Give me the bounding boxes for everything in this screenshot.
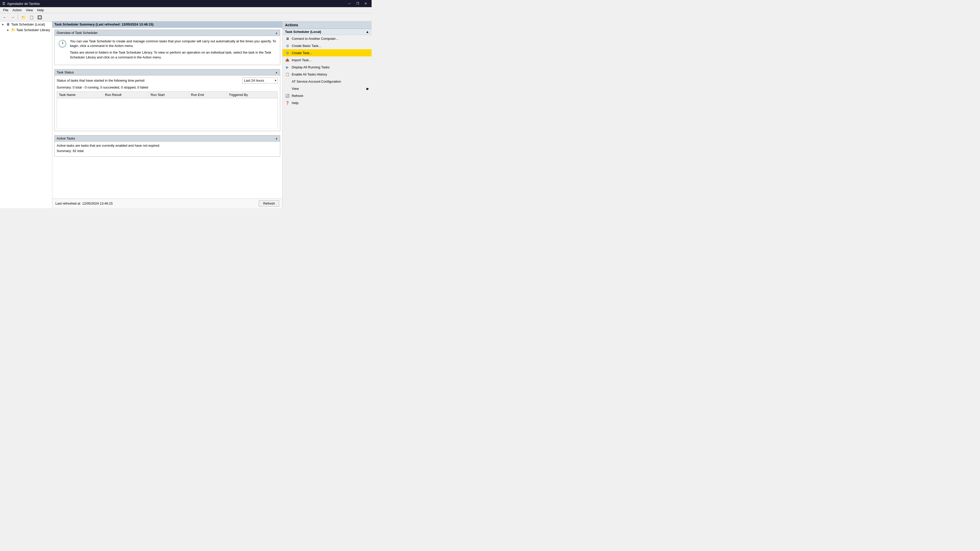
toolbar-back-button[interactable]: ← bbox=[1, 14, 8, 21]
titlebar-title: Agendador de Tarefas bbox=[7, 2, 40, 6]
menu-file[interactable]: File bbox=[1, 8, 11, 13]
actions-section-label: Task Scheduler (Local) bbox=[285, 30, 321, 34]
last-refreshed-text: Last refreshed at 12/05/2024 13:46:15 bbox=[56, 202, 113, 205]
toolbar-view-button[interactable]: 🔲 bbox=[36, 14, 43, 21]
titlebar-left: 🗓 Agendador de Tarefas bbox=[2, 2, 40, 6]
col-task-name: Task Name bbox=[57, 91, 103, 98]
titlebar-app-icon: 🗓 bbox=[2, 2, 6, 6]
action-enable-history-label: Enable All Tasks History bbox=[292, 73, 369, 76]
content-header: Task Scheduler Summary (Last refreshed: … bbox=[52, 21, 282, 27]
active-tasks-section: Active Tasks ▲ Active tasks are tasks th… bbox=[54, 135, 280, 157]
menubar: File Action View Help bbox=[0, 7, 372, 13]
action-at-service-label: AT Service Account Configuration bbox=[292, 79, 369, 83]
active-tasks-description: Active tasks are tasks that are currentl… bbox=[57, 144, 278, 148]
actions-section-collapse[interactable]: ▲ bbox=[366, 30, 369, 34]
period-dropdown[interactable]: Last 24 hours Last week Last month bbox=[242, 78, 278, 83]
folder-icon: 📁 bbox=[11, 28, 15, 32]
connect-icon: 🖥 bbox=[285, 36, 290, 41]
active-tasks-header[interactable]: Active Tasks ▲ bbox=[55, 135, 280, 141]
action-help-label: Help bbox=[292, 101, 369, 105]
import-icon: 📥 bbox=[285, 58, 290, 62]
left-panel: ▶ 🖥 Task Scheduler (Local) ▶ 📁 Task Sche… bbox=[0, 21, 52, 208]
restore-button[interactable]: ❐ bbox=[354, 1, 361, 6]
bottom-bar: Last refreshed at 12/05/2024 13:46:15 Re… bbox=[52, 198, 282, 208]
action-import[interactable]: 📥 Import Task... bbox=[283, 56, 372, 64]
action-refresh[interactable]: 🔄 Refresh bbox=[283, 92, 372, 99]
overview-container: 🕐 You can use Task Scheduler to create a… bbox=[57, 38, 278, 63]
at-service-icon bbox=[285, 79, 290, 84]
close-button[interactable]: ✕ bbox=[362, 1, 369, 6]
overview-section-header[interactable]: Overview of Task Scheduler ▲ bbox=[55, 30, 280, 36]
titlebar: 🗓 Agendador de Tarefas ─ ❐ ✕ bbox=[0, 0, 372, 7]
tree-expand-library[interactable]: ▶ bbox=[7, 29, 10, 32]
create-task-icon: ⊕ bbox=[285, 51, 290, 55]
table-row bbox=[57, 98, 278, 129]
task-status-section-header[interactable]: Task Status ▲ bbox=[55, 69, 280, 76]
overview-collapse-button[interactable]: ▲ bbox=[275, 32, 278, 35]
menu-view[interactable]: View bbox=[24, 8, 35, 13]
overview-section: Overview of Task Scheduler ▲ 🕐 You can u… bbox=[54, 30, 280, 65]
col-run-result: Run Result bbox=[103, 91, 148, 98]
active-tasks-summary: Summary: 92 total bbox=[57, 149, 278, 153]
status-period-row: Status of tasks that have started in the… bbox=[57, 78, 278, 83]
action-display-running[interactable]: ▶ Display All Running Tasks bbox=[283, 64, 372, 71]
last-refreshed-time: 12/05/2024 13:46:15 bbox=[82, 202, 113, 205]
action-at-service[interactable]: AT Service Account Configuration bbox=[283, 78, 372, 85]
overview-section-title: Overview of Task Scheduler bbox=[57, 31, 98, 35]
enable-history-icon: 📋 bbox=[285, 72, 290, 76]
display-running-icon: ▶ bbox=[285, 65, 290, 69]
task-table-header-row: Task Name Run Result Run Start Run End T… bbox=[57, 91, 278, 98]
center-spacer bbox=[52, 159, 282, 198]
action-connect-label: Connect to Another Computer... bbox=[292, 37, 369, 41]
task-status-content: Status of tasks that have started in the… bbox=[55, 76, 280, 131]
task-table: Task Name Run Result Run Start Run End T… bbox=[57, 91, 278, 129]
help-icon: ❓ bbox=[285, 100, 290, 105]
right-panel: Actions Task Scheduler (Local) ▲ 🖥 Conne… bbox=[282, 21, 372, 208]
bottom-refresh-button[interactable]: Refresh bbox=[259, 200, 279, 206]
actions-section-title[interactable]: Task Scheduler (Local) ▲ bbox=[283, 29, 372, 35]
active-tasks-content: Active tasks are tasks that are currentl… bbox=[55, 141, 280, 156]
actions-header: Actions bbox=[283, 21, 372, 29]
action-connect[interactable]: 🖥 Connect to Another Computer... bbox=[283, 35, 372, 42]
status-period-label: Status of tasks that have started in the… bbox=[57, 79, 145, 83]
col-triggered-by: Triggered By bbox=[227, 91, 278, 98]
create-basic-icon: ⊕ bbox=[285, 43, 290, 48]
minimize-button[interactable]: ─ bbox=[345, 1, 353, 6]
center-panel: Task Scheduler Summary (Last refreshed: … bbox=[52, 21, 282, 208]
task-status-summary: Summary: 0 total - 0 running, 0 succeede… bbox=[57, 86, 278, 89]
action-create-task[interactable]: ⊕ Create Task... bbox=[283, 49, 372, 56]
action-refresh-label: Refresh bbox=[292, 94, 369, 98]
overview-text-2: Tasks are stored in folders in the Task … bbox=[70, 50, 277, 59]
action-view[interactable]: View ▶ bbox=[283, 85, 372, 92]
toolbar-forward-button[interactable]: → bbox=[9, 14, 16, 21]
toolbar-properties-button[interactable]: 📋 bbox=[28, 14, 35, 21]
tree-item-local[interactable]: ▶ 🖥 Task Scheduler (Local) bbox=[0, 21, 52, 27]
refresh-icon: 🔄 bbox=[285, 94, 290, 98]
tree-expand-local[interactable]: ▶ bbox=[2, 23, 5, 26]
last-refreshed-label: Last refreshed at bbox=[56, 202, 80, 205]
action-create-basic-label: Create Basic Task... bbox=[292, 44, 369, 48]
view-icon bbox=[285, 86, 290, 91]
main-layout: ▶ 🖥 Task Scheduler (Local) ▶ 📁 Task Sche… bbox=[0, 21, 372, 208]
menu-help[interactable]: Help bbox=[35, 8, 46, 13]
menu-action[interactable]: Action bbox=[11, 8, 24, 13]
action-view-label: View bbox=[292, 87, 364, 91]
toolbar: ← → 📁 📋 🔲 bbox=[0, 13, 372, 21]
computer-icon: 🖥 bbox=[6, 22, 10, 26]
toolbar-folder-button[interactable]: 📁 bbox=[20, 14, 27, 21]
active-tasks-collapse-button[interactable]: ▲ bbox=[275, 137, 278, 140]
action-help[interactable]: ❓ Help bbox=[283, 99, 372, 106]
action-create-basic[interactable]: ⊕ Create Basic Task... bbox=[283, 42, 372, 49]
tree-item-library[interactable]: ▶ 📁 Task Scheduler Library bbox=[0, 27, 52, 33]
task-status-title: Task Status bbox=[57, 70, 74, 74]
task-status-collapse-button[interactable]: ▲ bbox=[275, 71, 278, 74]
overview-text: You can use Task Scheduler to create and… bbox=[70, 39, 277, 62]
action-enable-history[interactable]: 📋 Enable All Tasks History bbox=[283, 71, 372, 78]
action-import-label: Import Task... bbox=[292, 58, 369, 62]
tree-label-local: Task Scheduler (Local) bbox=[11, 22, 45, 26]
content-header-text: Task Scheduler Summary (Last refreshed: … bbox=[54, 22, 154, 26]
overview-clock-icon: 🕐 bbox=[58, 39, 67, 48]
action-create-task-label: Create Task... bbox=[292, 51, 369, 55]
period-dropdown-wrapper: Last 24 hours Last week Last month bbox=[242, 78, 278, 83]
active-tasks-title: Active Tasks bbox=[57, 137, 75, 140]
